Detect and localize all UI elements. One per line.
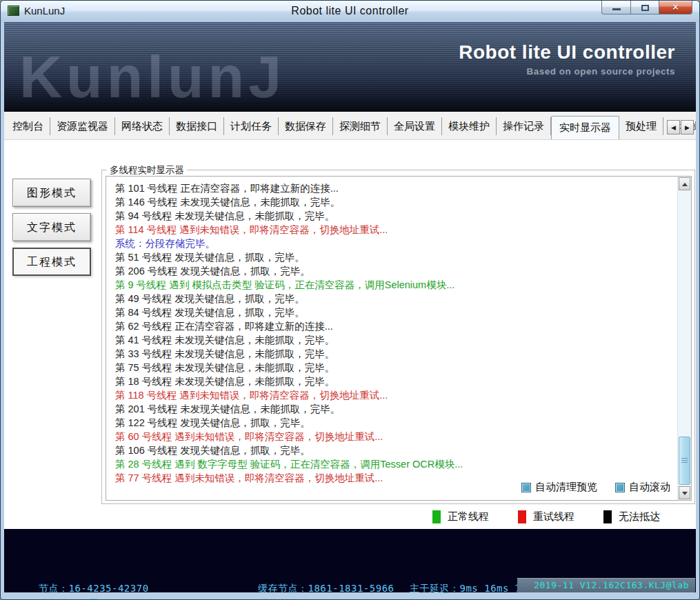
legend-item: 正常线程: [432, 510, 489, 523]
log-line[interactable]: 第 114 号线程 遇到未知错误，即将清空容器，切换地址重试...: [115, 223, 677, 237]
minimize-button[interactable]: [601, 1, 631, 14]
tab[interactable]: 资源监视器: [50, 117, 115, 135]
tab[interactable]: 计划任务: [224, 117, 279, 135]
checkbox-label: 自动清理预览: [535, 481, 597, 494]
tab[interactable]: 探测细节: [333, 117, 388, 135]
mode-button-text[interactable]: 文字模式: [12, 213, 91, 241]
tab[interactable]: 预处理: [619, 117, 663, 135]
log-line[interactable]: 第 201 号线程 未发现关键信息，未能抓取，完毕。: [115, 402, 677, 416]
legend-label: 无法抵达: [619, 510, 660, 523]
brand-watermark: KunlunJ: [19, 43, 286, 111]
tab-page-realtime-display: 图形模式 文字模式 工程模式 多线程实时显示器 第 101 号线程 正在清空容器…: [4, 140, 696, 529]
log-line[interactable]: 第 62 号线程 正在清空容器，即将建立新的连接...: [115, 319, 677, 333]
checkbox-row: 自动清理预览 自动滚动: [521, 481, 670, 494]
mode-button-engineering[interactable]: 工程模式: [12, 248, 91, 276]
legend-label: 重试线程: [533, 510, 574, 523]
window-controls: ✕: [601, 1, 692, 14]
maximize-button[interactable]: [631, 1, 659, 14]
status-column-cache: 缓存节点：1861-1831-5966对外出口：219.*.8.*抓取页面：2,…: [258, 535, 394, 600]
banner-title: Robot lite UI controller: [459, 41, 675, 63]
log-listbox: 第 101 号线程 正在清空容器，即将建立新的连接... 第 146 号线程 未…: [106, 176, 692, 501]
title-bar[interactable]: KunLunJ Robot lite UI controller ✕: [1, 1, 699, 22]
log-line[interactable]: 第 51 号线程 发现关键信息，抓取，完毕。: [115, 250, 677, 264]
app-icon: [8, 6, 19, 16]
log-line[interactable]: 第 146 号线程 未发现关键信息，未能抓取，完毕。: [115, 195, 677, 209]
banner-subtitle: Based on open source projects: [459, 66, 675, 77]
app-name: KunLunJ: [24, 5, 65, 17]
group-title: 多线程实时显示器: [107, 164, 187, 177]
tab[interactable]: 实时显示器: [551, 116, 619, 139]
legend-color-swatch: [432, 510, 441, 523]
checkbox-box[interactable]: [615, 483, 625, 492]
checkbox[interactable]: 自动清理预览: [521, 481, 597, 494]
scroll-up-button[interactable]: [679, 177, 690, 190]
log-line[interactable]: 第 75 号线程 未发现关键信息，未能抓取，完毕。: [115, 361, 677, 374]
log-line[interactable]: 第 49 号线程 发现关键信息，抓取，完毕。: [115, 292, 677, 306]
checkbox[interactable]: 自动滚动: [615, 481, 670, 494]
tab[interactable]: 数据保存: [279, 117, 333, 135]
log-line[interactable]: 第 118 号线程 遇到未知错误，即将清空容器，切换地址重试...: [115, 388, 677, 402]
tab[interactable]: 控制台: [6, 117, 50, 135]
maximize-icon: [641, 5, 649, 11]
log-list: 第 101 号线程 正在清空容器，即将建立新的连接... 第 146 号线程 未…: [106, 177, 677, 500]
status-line: 节点：16-4235-42370: [39, 581, 170, 596]
status-footer: 节点：16-4235-42370内部路由位置：172.88.1.2抓取域名：30…: [4, 529, 696, 592]
log-line[interactable]: 第 33 号线程 未发现关键信息，未能抓取，完毕。: [115, 347, 677, 361]
tab-scroll-arrows: ◀ ▶: [667, 120, 694, 134]
legend-item: 无法抵达: [603, 510, 660, 523]
status-line: 对外出口：219.*.8.*: [258, 596, 394, 600]
tab[interactable]: 网络状态: [115, 117, 170, 135]
log-line[interactable]: 第 18 号线程 未发现关键信息，未能抓取，完毕。: [115, 374, 677, 388]
multithread-monitor-group: 多线程实时显示器 第 101 号线程 正在清空容器，即将建立新的连接... 第 …: [101, 170, 695, 504]
status-column-node: 节点：16-4235-42370内部路由位置：172.88.1.2抓取域名：30…: [39, 535, 170, 600]
tab[interactable]: 操作记录: [497, 117, 551, 135]
legend-color-swatch: [603, 510, 612, 523]
tab-list: 控制台 资源监视器 网络状态 数据接口 计划任务 数据保存 探测细节 全局设置 …: [4, 112, 696, 139]
log-line[interactable]: 第 101 号线程 正在清空容器，即将建立新的连接...: [115, 181, 677, 195]
tab-scroll-left-icon[interactable]: ◀: [667, 120, 680, 134]
scrollbar-grip-icon: [681, 458, 688, 463]
legend-color-swatch: [518, 510, 526, 523]
vertical-scrollbar[interactable]: [677, 177, 691, 500]
checkbox-label: 自动滚动: [629, 481, 670, 494]
status-line: 内部路由位置：172.88.1.2: [39, 596, 170, 600]
status-line: 缓存节点：1861-1831-5966: [258, 581, 394, 596]
log-line[interactable]: 第 106 号线程 发现关键信息，抓取，完毕。: [115, 443, 677, 457]
banner-text: Robot lite UI controller Based on open s…: [459, 41, 675, 77]
version-label: 2019-11 V12.162C163.KLJ@lab: [517, 578, 695, 592]
mode-button-graphic[interactable]: 图形模式: [12, 179, 91, 207]
header-banner: KunlunJ Robot lite UI controller Based o…: [4, 22, 696, 112]
app-window: KunLunJ Robot lite UI controller ✕ Kunlu…: [0, 0, 700, 600]
tab-scroll-right-icon[interactable]: ▶: [681, 120, 694, 134]
thread-status-legend: 正常线程 重试线程 无法抵达: [432, 510, 660, 523]
scroll-down-button[interactable]: [679, 486, 690, 499]
log-line[interactable]: 第 60 号线程 遇到未知错误，即将清空容器，切换地址重试...: [115, 430, 677, 443]
log-line[interactable]: 第 84 号线程 发现关键信息，抓取，完毕。: [115, 306, 677, 319]
log-line[interactable]: 第 122 号线程 发现关键信息，抓取，完毕。: [115, 416, 677, 430]
scroll-down-icon: [682, 492, 688, 495]
log-line[interactable]: 第 206 号线程 发现关键信息，抓取，完毕。: [115, 264, 677, 278]
tab[interactable]: 模块维护: [442, 117, 497, 135]
log-line[interactable]: 第 28 号线程 遇到 数字字母型 验证码，正在清空容器，调用Tesser OC…: [115, 457, 677, 471]
checkbox-box[interactable]: [521, 483, 531, 492]
window-title: Robot lite UI controller: [1, 5, 699, 17]
log-line[interactable]: 第 41 号线程 未发现关键信息，未能抓取，完毕。: [115, 333, 677, 347]
tab[interactable]: 全局设置: [388, 117, 442, 135]
tab-bar: 控制台 资源监视器 网络状态 数据接口 计划任务 数据保存 探测细节 全局设置 …: [4, 112, 696, 140]
minimize-icon: [612, 8, 621, 10]
log-line[interactable]: 第 9 号线程 遇到 模拟点击类型 验证码，正在清空容器，调用Selenium模…: [115, 278, 677, 292]
scroll-up-icon: [682, 183, 688, 186]
close-button[interactable]: ✕: [659, 1, 692, 14]
legend-item: 重试线程: [518, 510, 574, 523]
tab[interactable]: 数据接口: [170, 117, 224, 135]
close-icon: ✕: [659, 2, 692, 12]
scrollbar-thumb[interactable]: [679, 437, 690, 485]
log-line[interactable]: 第 94 号线程 未发现关键信息，未能抓取，完毕。: [115, 209, 677, 223]
log-line[interactable]: 系统：分段存储完毕。: [115, 237, 677, 250]
status-line: 切换值：38/2489 49/2489 79/2488 99/2488: [410, 596, 659, 600]
legend-label: 正常线程: [448, 510, 489, 523]
